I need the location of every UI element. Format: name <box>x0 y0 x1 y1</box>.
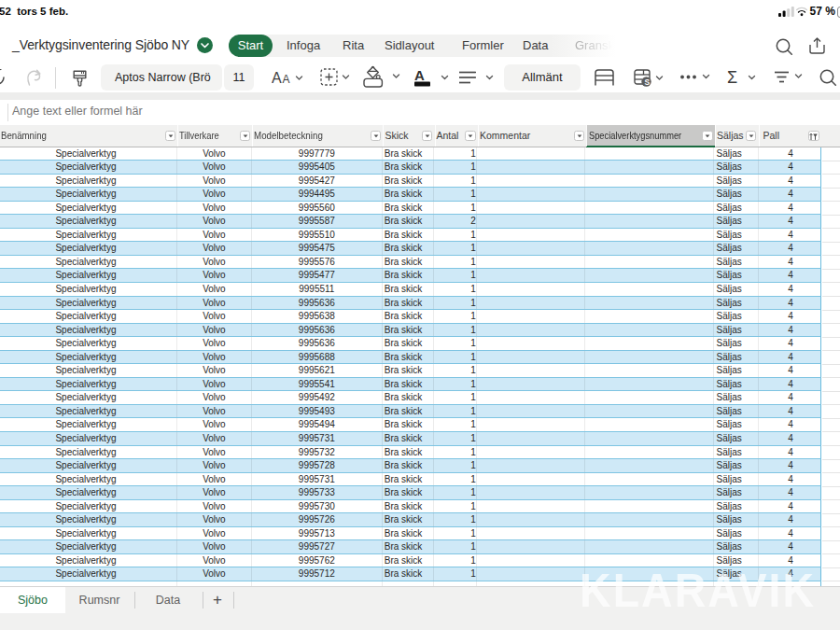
svg-text:A: A <box>272 70 282 86</box>
svg-text:A: A <box>414 68 425 83</box>
svg-text:Σ: Σ <box>727 68 737 87</box>
svg-text:S: S <box>645 77 651 87</box>
svg-text:A: A <box>283 73 290 86</box>
